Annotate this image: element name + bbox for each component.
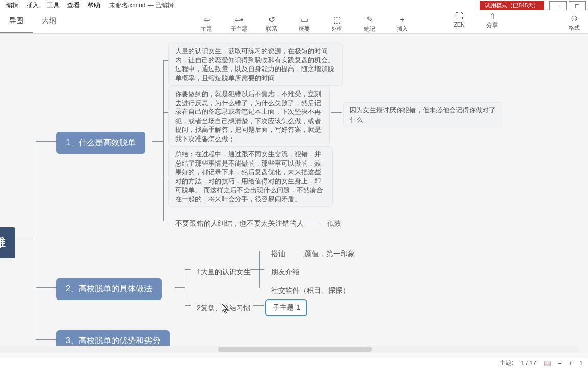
tool-subtopic[interactable]: ⇦•子主题 [225, 15, 253, 33]
connector [152, 141, 163, 142]
tool-format[interactable]: ☺ 格式 [562, 11, 586, 34]
node-2a2[interactable]: 朋友介绍 [264, 264, 306, 281]
tool-topic[interactable]: ⇦主题 [192, 15, 220, 33]
map-overview-icon[interactable]: 📖 [544, 360, 551, 367]
tab-mindmap[interactable]: 导图 [0, 11, 33, 33]
node-branch-1[interactable]: 1、什么是高效脱单 [56, 132, 145, 154]
connector [331, 112, 342, 113]
connector [163, 60, 164, 221]
zen-icon: ⛶ [453, 11, 465, 21]
node-branch-2[interactable]: 2、高校脱单的具体做法 [56, 278, 162, 300]
tool-insert[interactable]: +插入 [388, 15, 416, 33]
node-2a3[interactable]: 社交软件（积目、探探） [264, 283, 356, 299]
menu-help[interactable]: 帮助 [84, 0, 104, 11]
connector [259, 251, 264, 251]
connector [36, 339, 56, 340]
toolbar: ⇦主题 ⇦•子主题 ↺联系 ▭概要 ⬚外框 ✎笔记 +插入 ⛶ZEN ⇧分享 [102, 11, 506, 36]
connector [36, 287, 56, 288]
connector [259, 288, 264, 288]
zoom-out-button[interactable]: – [558, 360, 562, 367]
note-icon: ✎ [363, 15, 376, 25]
node-2a1-child[interactable]: 颜值，第一印象 [298, 246, 361, 262]
status-topic-label: 主题: [500, 359, 513, 367]
tool-share[interactable]: ⇧分享 [478, 11, 506, 29]
menu-view[interactable]: 查看 [63, 0, 84, 11]
trial-mode-badge[interactable]: 试用模式（已545天） [480, 1, 544, 10]
window-maximize[interactable]: ◻ [569, 1, 586, 10]
plus-icon: + [396, 15, 408, 25]
connector [285, 251, 297, 251]
connector [163, 221, 168, 221]
node-text-1b-child[interactable]: 因为女生最讨厌你犯错，但未必他会记得你做对了什么 [343, 102, 502, 127]
status-topic-count: 1 / 17 [521, 360, 536, 367]
connector [175, 287, 185, 288]
mouse-cursor-icon [222, 304, 229, 314]
node-2a[interactable]: 1大量的认识女生 [190, 264, 257, 281]
boundary-icon: ⬚ [331, 15, 343, 25]
status-bar: 主题: 1 / 17 📖 – + 1 [0, 358, 588, 368]
connector [250, 269, 259, 270]
horizontal-scrollbar[interactable] [0, 346, 579, 353]
menu-tools[interactable]: 工具 [43, 0, 63, 11]
node-2b1-selected[interactable]: 子主题 1 [265, 299, 307, 316]
connector [185, 269, 185, 305]
window-minimize[interactable]: – [549, 1, 567, 10]
connector [15, 240, 36, 240]
connector [253, 305, 264, 306]
node-text-1b[interactable]: 你要做到的，就是犯错以后不焦虑，不难受，立刻去进行反思，为什么错了，为什么失败了… [168, 86, 330, 147]
menu-bar: 编辑 插入 工具 查看 帮助 未命名.xmind — 已编辑 试用模式（已545… [0, 0, 588, 11]
zoom-in-button[interactable]: + [569, 360, 572, 367]
tool-zen[interactable]: ⛶ZEN [445, 11, 474, 29]
connector [259, 269, 264, 270]
node-text-1c[interactable]: 总结：在过程中，通过跟不同女生交流，犯错，并总结了那些事情是不能做的，那些事可以… [168, 146, 333, 207]
node-2a1[interactable]: 搭讪 [264, 246, 292, 262]
topic-icon: ⇦ [200, 15, 212, 25]
zoom-percent[interactable]: 1 [579, 360, 583, 367]
tool-summary[interactable]: ▭概要 [290, 15, 318, 33]
connector [163, 177, 168, 177]
connector [163, 60, 168, 61]
node-root[interactable]: 维 [0, 227, 15, 258]
summary-icon: ▭ [298, 15, 310, 25]
connector [36, 141, 56, 142]
tool-relationship[interactable]: ↺联系 [257, 15, 286, 33]
subtopic-icon: ⇦• [233, 15, 245, 25]
tab-outline[interactable]: 大纲 [33, 11, 65, 33]
connector [163, 112, 168, 113]
node-text-1d[interactable]: 不要跟错的人纠结，也不要太关注错的人 [168, 216, 310, 232]
menu-insert[interactable]: 插入 [22, 0, 43, 11]
smile-icon: ☺ [570, 13, 579, 24]
connector [307, 221, 320, 221]
window-title: 未命名.xmind — 已编辑 [109, 1, 480, 10]
tool-boundary[interactable]: ⬚外框 [323, 15, 351, 33]
connector [36, 141, 36, 339]
tool-note[interactable]: ✎笔记 [355, 15, 384, 33]
mindmap-canvas[interactable]: 维 1、什么是高效脱单 大量的认识女生，获取可练习的资源，在极短的时间内，让自己… [0, 36, 588, 353]
relationship-icon: ↺ [265, 15, 278, 25]
node-text-1a[interactable]: 大量的认识女生，获取可练习的资源，在极短的时间内，让自己的恋爱知识得到吸收和有实… [168, 43, 343, 86]
scroll-thumb[interactable] [218, 347, 372, 352]
share-icon: ⇧ [486, 11, 498, 21]
node-text-1d-child[interactable]: 低效 [321, 216, 348, 232]
menu-edit[interactable]: 编辑 [2, 0, 22, 11]
